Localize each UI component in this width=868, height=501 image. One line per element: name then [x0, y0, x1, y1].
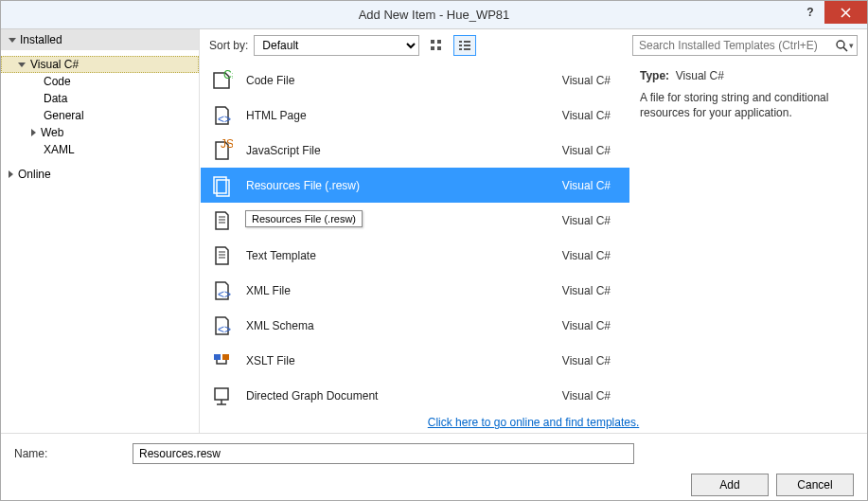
svg-rect-25: [214, 354, 221, 360]
tree-node-data[interactable]: Data: [1, 90, 199, 107]
template-name: Directed Graph Document: [246, 389, 551, 403]
svg-point-10: [837, 41, 844, 48]
go-online-link-row: Click here to go online and find templat…: [200, 408, 867, 433]
template-item[interactable]: Directed Graph DocumentVisual C#: [201, 378, 629, 407]
template-name: XSLT File: [246, 354, 551, 367]
template-item[interactable]: Resources File (.resw)Visual C#: [201, 168, 629, 203]
template-item[interactable]: <>XML FileVisual C#: [201, 273, 629, 308]
template-lang: Visual C#: [562, 74, 620, 87]
help-button[interactable]: ?: [796, 1, 824, 24]
add-button[interactable]: Add: [691, 474, 769, 496]
chevron-right-icon: [9, 170, 13, 178]
tree-node-xaml[interactable]: XAML: [1, 141, 199, 158]
svg-text:<>: <>: [218, 288, 231, 301]
svg-rect-7: [464, 45, 470, 46]
template-name: Resources File (.resw): [246, 179, 551, 192]
template-icon: [208, 348, 235, 374]
svg-rect-6: [459, 45, 462, 46]
template-icon: <>: [208, 313, 235, 339]
template-name: XML Schema: [246, 319, 551, 332]
template-lang: Visual C#: [562, 284, 620, 297]
search-input[interactable]: [633, 36, 832, 55]
template-item[interactable]: Text TemplateVisual C#: [201, 238, 629, 273]
template-name: HTML Page: [246, 109, 551, 122]
template-icon: JS: [208, 137, 235, 164]
template-lang: Visual C#: [562, 319, 620, 332]
sort-by-select[interactable]: Default: [254, 35, 419, 56]
template-icon: <>: [208, 102, 235, 129]
svg-rect-8: [459, 48, 462, 50]
svg-rect-0: [431, 40, 434, 44]
template-lang: Visual C#: [562, 144, 620, 157]
template-lang: Visual C#: [562, 214, 620, 227]
sidebar: Installed Visual C# Code Data General We…: [1, 29, 200, 433]
template-icon: C#: [208, 67, 235, 94]
svg-text:C#: C#: [223, 69, 233, 81]
template-icon: [208, 383, 235, 408]
template-item[interactable]: <>HTML PageVisual C#: [201, 98, 629, 133]
sort-by-label: Sort by:: [209, 39, 248, 52]
tree-node-web[interactable]: Web: [1, 124, 199, 141]
name-input[interactable]: [133, 443, 634, 464]
chevron-down-icon: [9, 38, 16, 43]
template-item[interactable]: JSJavaScript FileVisual C#: [201, 133, 629, 168]
details-type: Visual C#: [676, 69, 724, 82]
template-list[interactable]: C#Code FileVisual C#<>HTML PageVisual C#…: [201, 63, 629, 407]
template-lang: Visual C#: [562, 179, 620, 192]
window-title: Add New Item - Hue_WP81: [1, 8, 867, 22]
item-tooltip: Resources File (.resw): [245, 210, 363, 227]
template-lang: Visual C#: [562, 354, 620, 367]
template-item[interactable]: XSLT FileVisual C#: [201, 343, 629, 378]
template-item[interactable]: <>XML SchemaVisual C#: [201, 308, 629, 343]
template-icon: <>: [208, 277, 235, 304]
template-name: JavaScript File: [246, 144, 551, 157]
template-lang: Visual C#: [562, 389, 620, 403]
svg-rect-26: [222, 354, 229, 360]
svg-rect-4: [459, 41, 462, 43]
chevron-down-icon: [18, 63, 26, 67]
svg-rect-3: [437, 46, 441, 50]
tree-node-visual-csharp[interactable]: Visual C#: [1, 56, 199, 73]
toolbar: Sort by: Default ▾: [200, 29, 867, 62]
search-icon-button[interactable]: ▾: [832, 39, 857, 52]
view-grid-button[interactable]: [425, 35, 448, 56]
svg-rect-9: [464, 48, 470, 50]
template-lang: Visual C#: [562, 109, 620, 122]
close-button[interactable]: [824, 1, 867, 24]
tree-node-general[interactable]: General: [1, 107, 199, 124]
template-icon: [208, 172, 235, 199]
sidebar-header-installed[interactable]: Installed: [1, 29, 199, 50]
template-name: Code File: [246, 74, 551, 87]
search-box[interactable]: ▾: [632, 35, 858, 56]
name-label: Name:: [14, 447, 123, 460]
title-bar: Add New Item - Hue_WP81 ?: [1, 1, 867, 29]
svg-rect-2: [431, 46, 434, 50]
svg-text:<>: <>: [218, 113, 231, 126]
svg-text:JS: JS: [221, 139, 233, 151]
search-icon: [835, 39, 848, 52]
svg-line-11: [843, 47, 847, 51]
svg-text:<>: <>: [218, 323, 231, 336]
list-icon: [458, 39, 471, 52]
template-icon: [208, 242, 235, 269]
template-name: Text Template: [246, 249, 551, 262]
svg-rect-1: [437, 40, 441, 44]
tree-node-code[interactable]: Code: [1, 73, 199, 90]
details-description: A file for storing string and conditiona…: [640, 90, 858, 120]
template-lang: Visual C#: [562, 249, 620, 262]
template-name: XML File: [246, 284, 551, 297]
cancel-button[interactable]: Cancel: [776, 474, 854, 496]
close-icon: [841, 8, 851, 18]
go-online-link[interactable]: Click here to go online and find templat…: [428, 416, 639, 429]
view-list-button[interactable]: [453, 35, 476, 56]
svg-rect-27: [215, 388, 228, 400]
details-pane: Type: Visual C# A file for storing strin…: [630, 62, 867, 408]
tree-node-online[interactable]: Online: [1, 166, 199, 183]
grid-icon: [430, 39, 443, 52]
template-icon: [208, 207, 235, 234]
chevron-right-icon: [31, 129, 36, 136]
svg-rect-5: [464, 41, 470, 43]
template-item[interactable]: C#Code FileVisual C#: [201, 63, 629, 98]
